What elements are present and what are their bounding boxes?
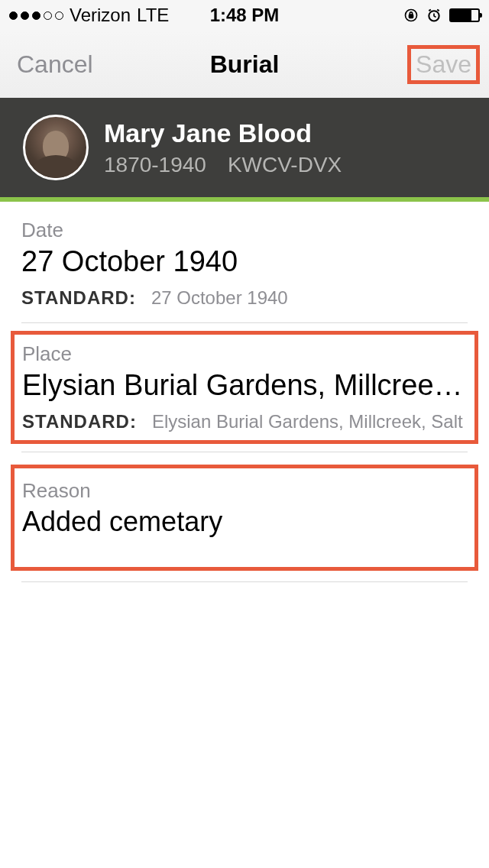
save-button-highlight: Save [407,45,480,84]
battery-icon [449,8,480,22]
status-right [403,8,480,23]
date-standard: STANDARD: 27 October 1940 [21,287,468,309]
place-field[interactable]: Place Elysian Burial Gardens, Millcreek,… [22,335,467,440]
date-label: Date [21,219,468,242]
avatar [23,115,89,180]
rotation-lock-icon [403,8,419,23]
place-standard-label: STANDARD: [22,411,137,432]
signal-strength-icon [9,11,63,20]
reason-field[interactable]: Reason Added cemetary [22,479,467,538]
network-label: LTE [137,5,169,26]
save-button[interactable]: Save [416,50,471,78]
place-highlight: Place Elysian Burial Gardens, Millcreek,… [11,331,478,444]
divider [21,581,468,582]
status-bar: Verizon LTE 1:48 PM [0,0,489,31]
date-value: 27 October 1940 [21,245,468,278]
carrier-label: Verizon [70,5,131,26]
place-standard: STANDARD: Elysian Burial Gardens, Millcr… [22,411,467,432]
date-field[interactable]: Date 27 October 1940 STANDARD: 27 Octobe… [21,202,468,323]
form-fields-2: Reason Added cemetary [0,465,489,571]
page-title: Burial [210,50,280,79]
form-fields: Date 27 October 1940 STANDARD: 27 Octobe… [0,202,489,444]
reason-label: Reason [22,479,467,503]
place-standard-value: Elysian Burial Gardens, Millcreek, Salt … [152,411,467,432]
date-standard-value: 27 October 1940 [151,287,288,308]
person-meta: 1870-1940 KWCV-DVX [104,153,342,177]
place-label: Place [22,342,467,366]
person-lifespan: 1870-1940 [104,153,206,177]
svg-rect-1 [410,15,413,18]
reason-value: Added cemetary [22,506,467,538]
nav-bar: Cancel Burial Save [0,31,489,98]
person-header: Mary Jane Blood 1870-1940 KWCV-DVX [0,98,489,202]
alarm-icon [426,8,442,23]
clock: 1:48 PM [210,5,280,26]
person-id: KWCV-DVX [228,153,342,177]
reason-highlight: Reason Added cemetary [11,465,478,571]
divider [21,452,468,452]
place-value: Elysian Burial Gardens, Millcreek, S... [22,369,467,402]
status-left: Verizon LTE [9,5,169,26]
person-name: Mary Jane Blood [104,118,342,148]
cancel-button[interactable]: Cancel [17,50,93,79]
date-standard-label: STANDARD: [21,287,136,308]
person-info: Mary Jane Blood 1870-1940 KWCV-DVX [104,118,342,177]
